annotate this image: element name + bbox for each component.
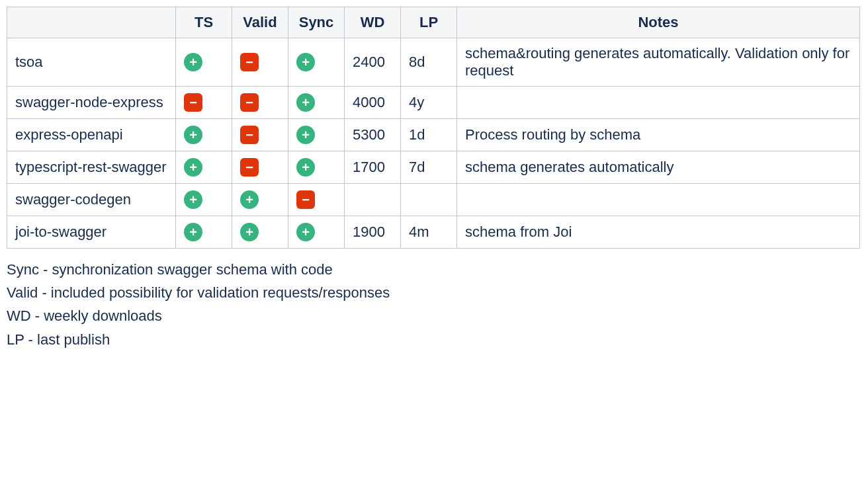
cell-wd: 2400 <box>345 38 401 87</box>
legend-lp: LP - last publish <box>7 328 861 351</box>
cell-lp: 8d <box>401 38 457 87</box>
cell-notes: schema&routing generates automatically. … <box>457 38 860 87</box>
comparison-table: TS Valid Sync WD LP Notes tsoa24008dsche… <box>7 7 860 249</box>
col-header-ts: TS <box>176 7 232 38</box>
col-header-wd: WD <box>345 7 401 38</box>
minus-icon <box>240 126 259 144</box>
cell-lp: 1d <box>401 119 457 151</box>
cell-valid <box>232 38 288 87</box>
cell-ts <box>176 151 232 184</box>
cell-lp <box>401 184 457 216</box>
cell-name: express-openapi <box>7 119 176 151</box>
cell-notes: Process routing by schema <box>457 119 860 151</box>
table-row: tsoa24008dschema&routing generates autom… <box>7 38 860 87</box>
cell-name: typescript-rest-swagger <box>7 151 176 184</box>
cell-notes <box>457 87 860 119</box>
cell-sync <box>288 216 345 249</box>
minus-icon <box>296 190 315 209</box>
cell-wd: 1700 <box>345 151 401 184</box>
table-row: express-openapi53001dProcess routing by … <box>7 119 860 151</box>
plus-icon <box>296 93 315 112</box>
table-header-row: TS Valid Sync WD LP Notes <box>7 7 860 38</box>
table-row: swagger-node-express40004y <box>7 87 860 119</box>
cell-notes: schema generates automatically <box>457 151 860 184</box>
cell-name: tsoa <box>7 38 176 87</box>
minus-icon <box>240 158 259 177</box>
table-row: joi-to-swagger19004mschema from Joi <box>7 216 860 249</box>
cell-valid <box>232 87 288 119</box>
table-row: typescript-rest-swagger17007dschema gene… <box>7 151 860 184</box>
minus-icon <box>240 93 259 112</box>
col-header-notes: Notes <box>457 7 860 38</box>
cell-lp: 4m <box>401 216 457 249</box>
cell-lp: 4y <box>401 87 457 119</box>
cell-wd <box>345 184 401 216</box>
cell-name: joi-to-swagger <box>7 216 176 249</box>
cell-notes: schema from Joi <box>457 216 860 249</box>
col-header-lp: LP <box>401 7 457 38</box>
cell-name: swagger-codegen <box>7 184 176 216</box>
cell-notes <box>457 184 860 216</box>
col-header-sync: Sync <box>288 7 345 38</box>
cell-sync <box>288 184 345 216</box>
cell-sync <box>288 151 345 184</box>
plus-icon <box>296 158 315 177</box>
cell-sync <box>288 119 345 151</box>
legend: Sync - synchronization swagger schema wi… <box>7 258 861 351</box>
plus-icon <box>184 53 202 71</box>
cell-ts <box>176 87 232 119</box>
cell-ts <box>176 119 232 151</box>
cell-wd: 1900 <box>345 216 401 249</box>
cell-valid <box>232 184 288 216</box>
cell-ts <box>176 216 232 249</box>
cell-wd: 4000 <box>345 87 401 119</box>
col-header-name <box>7 7 176 38</box>
plus-icon <box>184 126 202 144</box>
plus-icon <box>296 53 315 71</box>
plus-icon <box>296 126 315 144</box>
cell-sync <box>288 38 345 87</box>
table-body: tsoa24008dschema&routing generates autom… <box>7 38 860 249</box>
cell-sync <box>288 87 345 119</box>
cell-name: swagger-node-express <box>7 87 176 119</box>
cell-ts <box>176 184 232 216</box>
cell-valid <box>232 216 288 249</box>
legend-sync: Sync - synchronization swagger schema wi… <box>7 258 861 281</box>
plus-icon <box>240 223 259 241</box>
cell-lp: 7d <box>401 151 457 184</box>
legend-wd: WD - weekly downloads <box>7 304 861 327</box>
minus-icon <box>184 93 202 112</box>
plus-icon <box>184 223 202 241</box>
plus-icon <box>184 158 202 177</box>
legend-valid: Valid - included possibility for validat… <box>7 281 861 304</box>
plus-icon <box>240 190 259 209</box>
table-row: swagger-codegen <box>7 184 860 216</box>
cell-ts <box>176 38 232 87</box>
cell-valid <box>232 151 288 184</box>
cell-valid <box>232 119 288 151</box>
plus-icon <box>296 223 315 241</box>
col-header-valid: Valid <box>232 7 288 38</box>
cell-wd: 5300 <box>345 119 401 151</box>
plus-icon <box>184 190 202 209</box>
minus-icon <box>240 53 259 71</box>
